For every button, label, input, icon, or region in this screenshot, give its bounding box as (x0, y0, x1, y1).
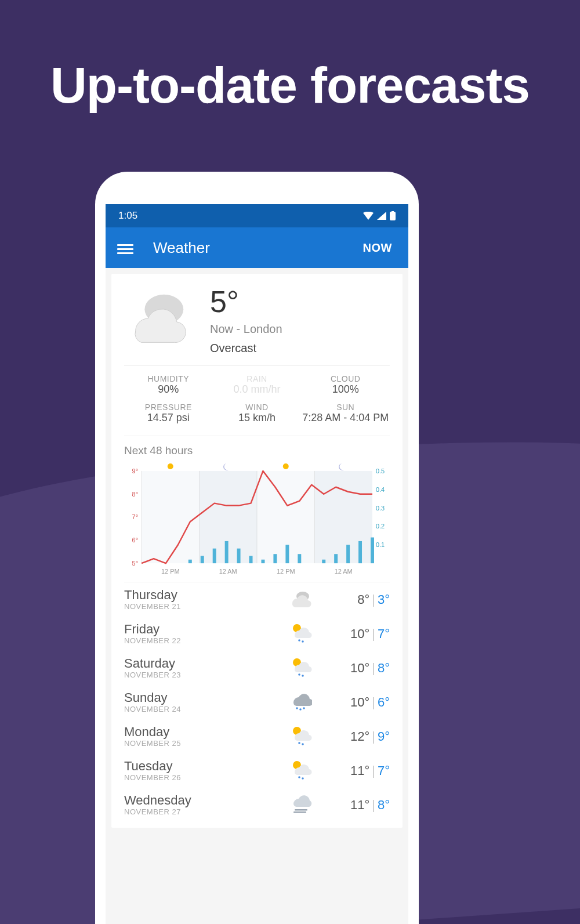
forecast-date: NOVEMBER 25 (124, 739, 282, 748)
forecast-weather-icon (288, 588, 313, 611)
forecast-weather-icon (288, 622, 313, 646)
svg-point-56 (303, 707, 305, 709)
forecast-row[interactable]: Thursday NOVEMBER 21 8°|3° (124, 582, 390, 617)
forecast-date: NOVEMBER 21 (124, 602, 282, 611)
now-button[interactable]: NOW (363, 241, 392, 255)
current-location: Now - London (210, 323, 390, 336)
svg-rect-45 (358, 541, 362, 563)
svg-text:7°: 7° (132, 513, 138, 520)
current-temp: 5° (210, 287, 390, 317)
forecast-high: 12° (350, 729, 369, 744)
svg-rect-36 (249, 556, 253, 563)
svg-rect-9 (315, 471, 373, 563)
wifi-icon (363, 212, 374, 220)
forecast-date: NOVEMBER 23 (124, 671, 282, 679)
forecast-day: Sunday (124, 691, 282, 705)
svg-point-49 (298, 639, 300, 642)
wind-label: WIND (213, 403, 302, 412)
forecast-temps: 11°|7° (319, 763, 390, 778)
svg-text:12 PM: 12 PM (277, 568, 295, 575)
forecast-low: 3° (378, 592, 390, 607)
rain-value: 0.0 mm/hr (213, 383, 302, 396)
svg-rect-46 (371, 538, 374, 564)
svg-rect-44 (346, 545, 350, 563)
svg-rect-33 (213, 549, 216, 563)
forecast-temps: 10°|7° (319, 626, 390, 642)
svg-point-58 (298, 742, 300, 744)
forecast-low: 7° (378, 626, 390, 641)
svg-point-12 (283, 463, 289, 469)
forecast-date: NOVEMBER 26 (124, 773, 282, 782)
svg-text:0.1: 0.1 (376, 541, 385, 548)
forecast-row[interactable]: Tuesday NOVEMBER 26 11°|7° (124, 753, 390, 788)
phone-frame: 1:05 Weather NOW 5° (95, 172, 419, 924)
forecast-day: Wednesday (124, 793, 282, 807)
svg-text:0.4: 0.4 (376, 486, 385, 493)
overcast-icon (124, 287, 193, 345)
headline: Up-to-date forecasts (0, 56, 580, 114)
forecast-low: 7° (378, 763, 390, 778)
forecast-high: 8° (357, 592, 369, 607)
forecast-day: Tuesday (124, 759, 282, 773)
sun-value: 7:28 AM - 4:04 PM (301, 412, 390, 424)
forecast-chart[interactable]: 5°6°7°8°9°0.10.20.30.40.512 PM12 AM12 PM… (124, 461, 390, 582)
forecast-row[interactable]: Friday NOVEMBER 22 10°|7° (124, 617, 390, 651)
svg-text:12 PM: 12 PM (161, 568, 180, 575)
current-weather: 5° Now - London Overcast (124, 287, 390, 355)
forecast-date: NOVEMBER 24 (124, 705, 282, 713)
svg-text:0.3: 0.3 (376, 505, 385, 512)
forecast-high: 11° (350, 763, 369, 778)
svg-rect-40 (298, 554, 301, 563)
svg-rect-31 (188, 560, 192, 563)
forecast-list: Thursday NOVEMBER 21 8°|3° Friday NOVEMB… (124, 582, 390, 822)
svg-rect-43 (334, 554, 338, 563)
forecast-row[interactable]: Monday NOVEMBER 25 12°|9° (124, 719, 390, 753)
rain-label: RAIN (213, 374, 302, 383)
phone-screen: 1:05 Weather NOW 5° (106, 204, 408, 924)
menu-icon[interactable] (117, 242, 133, 253)
svg-rect-3 (142, 471, 200, 563)
forecast-high: 11° (350, 798, 369, 812)
signal-icon (377, 212, 386, 220)
humidity-label: HUMIDITY (124, 374, 213, 383)
forecast-temps: 12°|9° (319, 729, 390, 744)
forecast-weather-icon (288, 793, 313, 817)
svg-rect-0 (390, 212, 396, 220)
forecast-day: Thursday (124, 588, 282, 602)
forecast-row[interactable]: Sunday NOVEMBER 24 10°|6° (124, 685, 390, 719)
weather-card: 5° Now - London Overcast HUMIDITY 90% RA… (111, 274, 403, 828)
forecast-low: 8° (378, 798, 390, 812)
forecast-temps: 10°|8° (319, 661, 390, 676)
svg-rect-38 (273, 554, 277, 563)
svg-rect-37 (261, 560, 264, 563)
svg-point-50 (302, 640, 304, 643)
forecast-low: 9° (378, 729, 390, 744)
status-time: 1:05 (118, 210, 363, 222)
svg-point-62 (302, 777, 304, 780)
forecast-low: 8° (378, 661, 390, 675)
app-title: Weather (153, 239, 363, 257)
svg-rect-39 (285, 545, 289, 563)
pressure-label: PRESSURE (124, 403, 213, 412)
svg-text:0.5: 0.5 (376, 468, 385, 474)
forecast-date: NOVEMBER 22 (124, 636, 282, 645)
forecast-row[interactable]: Wednesday NOVEMBER 27 11°|8° (124, 788, 390, 822)
forecast-weather-icon (288, 759, 313, 782)
status-icons (363, 211, 396, 220)
forecast-temps: 10°|6° (319, 695, 390, 710)
forecast-date: NOVEMBER 27 (124, 807, 282, 816)
svg-point-11 (168, 463, 173, 469)
current-description: Overcast (210, 342, 390, 355)
humidity-value: 90% (124, 383, 213, 396)
status-bar: 1:05 (106, 204, 408, 227)
forecast-low: 6° (378, 695, 390, 709)
forecast-temps: 8°|3° (319, 592, 390, 607)
app-bar: Weather NOW (106, 227, 408, 268)
forecast-row[interactable]: Saturday NOVEMBER 23 10°|8° (124, 651, 390, 685)
svg-point-61 (298, 776, 300, 778)
svg-text:12 AM: 12 AM (335, 568, 353, 575)
cloud-value: 100% (301, 383, 390, 396)
wind-value: 15 km/h (213, 412, 302, 424)
sun-label: SUN (301, 403, 390, 412)
forecast-weather-icon (288, 691, 313, 714)
